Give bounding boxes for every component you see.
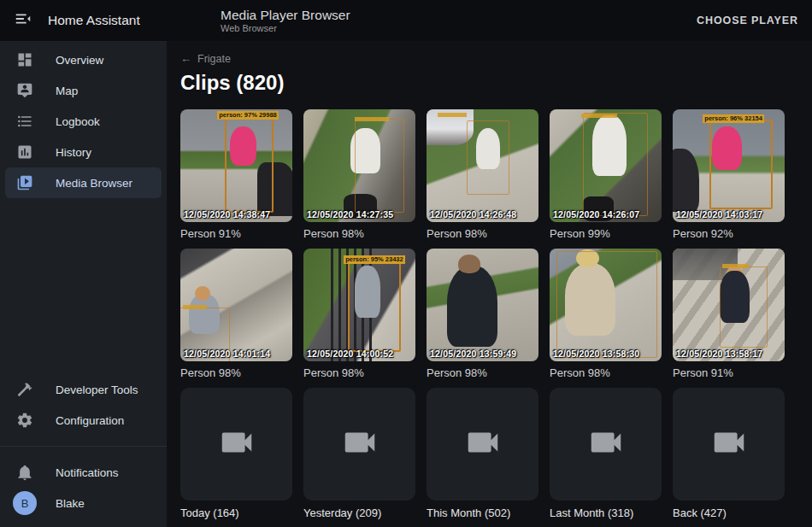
- detection-label-strip: [722, 264, 749, 268]
- detection-bbox: [467, 120, 509, 195]
- folder-tile-this-month[interactable]: [427, 388, 538, 501]
- clip-thumbnail[interactable]: 12/05/2020 14:26:48: [427, 109, 538, 222]
- clip-card: person: 97% 29988 12/05/2020 14:38:47 Pe…: [180, 109, 292, 240]
- clip-card: person: 95% 23432 12/05/2020 14:00:52 Pe…: [303, 249, 415, 379]
- clip-thumbnail[interactable]: 12/05/2020 13:58:30: [550, 249, 662, 361]
- detection-bbox: [355, 119, 404, 214]
- sidebar: Overview Map Logbook History: [0, 41, 167, 527]
- clip-caption: Person 98%: [180, 366, 292, 379]
- clip-thumbnail[interactable]: 12/05/2020 13:59:49: [427, 249, 538, 361]
- sidebar-item-label: Notifications: [56, 466, 119, 479]
- sidebar-spacer: [0, 198, 167, 374]
- detection-label: person: 96% 32154: [703, 114, 764, 123]
- breadcrumb-back-frigate[interactable]: ← Frigate: [180, 52, 812, 65]
- clip-thumbnail[interactable]: 12/05/2020 14:26:07: [550, 109, 662, 222]
- sidebar-item-label: Developer Tools: [56, 384, 138, 396]
- clip-timestamp: 12/05/2020 14:38:47: [184, 209, 270, 220]
- detection-bbox: [348, 261, 401, 353]
- list-bulleted-icon: [16, 113, 33, 130]
- detection-bbox: [709, 120, 772, 210]
- clip-timestamp: 12/05/2020 13:58:30: [553, 348, 639, 359]
- clip-card: 12/05/2020 13:58:30 Person 98%: [550, 249, 662, 379]
- sidebar-toggle-button[interactable]: [13, 10, 33, 31]
- clip-thumbnail[interactable]: 12/05/2020 14:27:35: [303, 109, 415, 222]
- sidebar-item-media-browser[interactable]: Media Browser: [5, 167, 162, 198]
- clip-card: 12/05/2020 14:01:14 Person 98%: [180, 249, 292, 379]
- clip-card: 12/05/2020 14:27:35 Person 98%: [303, 109, 415, 240]
- sidebar-item-label: History: [56, 146, 91, 159]
- detection-bbox: [556, 251, 657, 358]
- detection-bbox: [583, 113, 648, 216]
- clips-grid: person: 97% 29988 12/05/2020 14:38:47 Pe…: [180, 109, 812, 519]
- folder-card-today: Today (164): [180, 388, 292, 519]
- folder-card-last-month: Last Month (318): [550, 388, 662, 519]
- sidebar-item-map[interactable]: Map: [5, 75, 162, 106]
- bell-icon: [16, 464, 33, 481]
- account-tooltip-icon: [16, 82, 33, 99]
- header-main: Media Player Browser Web Browser CHOOSE …: [167, 8, 812, 34]
- user-avatar: B: [13, 491, 37, 515]
- folder-label: This Month (502): [427, 507, 538, 519]
- clip-timestamp: 12/05/2020 14:00:52: [307, 348, 393, 359]
- folder-tile-last-month[interactable]: [550, 388, 662, 501]
- page-subtitle: Web Browser: [221, 23, 350, 34]
- breadcrumb-label: Frigate: [197, 53, 231, 65]
- clip-thumbnail[interactable]: person: 97% 29988 12/05/2020 14:38:47: [180, 109, 292, 222]
- gear-icon: [16, 412, 33, 429]
- app-header: Home Assistant Media Player Browser Web …: [0, 0, 812, 41]
- clip-card: 12/05/2020 14:26:07 Person 99%: [550, 109, 662, 240]
- clip-caption: Person 91%: [673, 366, 785, 379]
- clip-card: 12/05/2020 13:58:17 Person 91%: [673, 249, 785, 379]
- sidebar-item-label: Map: [56, 85, 78, 97]
- chart-box-icon: [16, 143, 33, 161]
- clip-caption: Person 98%: [427, 366, 538, 379]
- clip-thumbnail[interactable]: person: 96% 32154 12/05/2020 14:03:17: [673, 109, 785, 222]
- sidebar-item-history[interactable]: History: [5, 137, 162, 167]
- back-arrow-icon: ←: [180, 52, 191, 65]
- detection-label-strip: [438, 113, 467, 117]
- detection-bbox: [225, 113, 273, 213]
- sidebar-item-overview[interactable]: Overview: [5, 44, 162, 75]
- clip-thumbnail[interactable]: 12/05/2020 14:01:14: [180, 249, 292, 361]
- detection-label: person: 97% 29988: [217, 111, 279, 120]
- sidebar-item-notifications[interactable]: Notifications: [5, 457, 162, 488]
- detection-label-strip: [183, 305, 208, 309]
- folder-label: Today (164): [180, 507, 292, 519]
- header-left: Home Assistant: [0, 10, 167, 31]
- sidebar-item-configuration[interactable]: Configuration: [5, 405, 162, 436]
- folder-card-this-month: This Month (502): [427, 388, 538, 519]
- folder-tile-today[interactable]: [180, 388, 292, 501]
- video-camera-icon: [463, 423, 503, 466]
- choose-player-button[interactable]: CHOOSE PLAYER: [697, 15, 798, 26]
- clips-heading: Clips (820): [180, 71, 812, 95]
- app-title: Home Assistant: [48, 13, 140, 28]
- media-browser-content: ← Frigate Clips (820) person: 97% 29988 …: [167, 41, 812, 527]
- folder-label: Last Month (318): [550, 507, 662, 519]
- sidebar-item-developer-tools[interactable]: Developer Tools: [5, 374, 162, 405]
- detection-label-strip: [355, 117, 388, 121]
- app-window: Home Assistant Media Player Browser Web …: [0, 0, 812, 527]
- clip-thumbnail[interactable]: 12/05/2020 13:58:17: [673, 249, 785, 361]
- video-camera-icon: [340, 423, 380, 466]
- folder-tile-yesterday[interactable]: [303, 388, 415, 501]
- clip-caption: Person 98%: [303, 227, 415, 240]
- sidebar-item-label: Blake: [56, 497, 85, 510]
- sidebar-item-profile[interactable]: B Blake: [5, 488, 162, 518]
- clip-card: person: 96% 32154 12/05/2020 14:03:17 Pe…: [673, 109, 785, 240]
- sidebar-divider: [0, 446, 167, 447]
- sidebar-item-logbook[interactable]: Logbook: [5, 106, 162, 137]
- clip-card: 12/05/2020 13:59:49 Person 98%: [427, 249, 538, 379]
- clip-caption: Person 98%: [550, 366, 662, 379]
- sidebar-item-label: Logbook: [56, 115, 100, 128]
- sidebar-item-label: Configuration: [56, 414, 124, 427]
- folder-tile-back[interactable]: [673, 388, 785, 501]
- detection-label-strip: [581, 114, 617, 118]
- clip-timestamp: 12/05/2020 13:58:17: [676, 348, 762, 359]
- clip-caption: Person 92%: [673, 227, 785, 240]
- clip-caption: Person 98%: [427, 227, 538, 240]
- clip-timestamp: 12/05/2020 14:27:35: [307, 209, 393, 220]
- video-camera-icon: [709, 423, 749, 466]
- clip-timestamp: 12/05/2020 14:03:17: [676, 209, 762, 220]
- clip-caption: Person 98%: [303, 366, 415, 379]
- clip-thumbnail[interactable]: person: 95% 23432 12/05/2020 14:00:52: [303, 249, 415, 361]
